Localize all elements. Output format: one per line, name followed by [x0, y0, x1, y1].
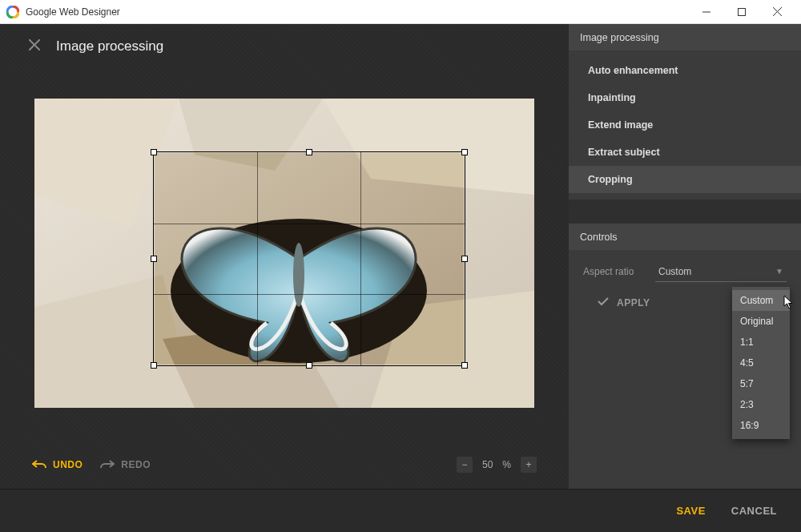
footer-bar: SAVE CANCEL: [0, 489, 801, 532]
title-bar: Google Web Designer: [0, 0, 801, 24]
check-icon: [598, 296, 609, 308]
aspect-option-custom[interactable]: Custom: [732, 290, 790, 311]
panel-item-auto-enhancement[interactable]: Auto enhancement: [569, 57, 801, 84]
crop-handle-ne[interactable]: [461, 149, 468, 155]
zoom-out-button[interactable]: −: [457, 457, 473, 473]
workspace: Image processing: [0, 24, 801, 489]
aspect-ratio-dropdown[interactable]: Custom ▼: [655, 261, 787, 282]
right-panel: Image processing Auto enhancement Inpain…: [569, 24, 801, 489]
close-window-button[interactable]: [759, 0, 795, 24]
crop-grid-line: [360, 152, 361, 365]
panel-item-extract-subject[interactable]: Extract subject: [569, 139, 801, 166]
aspect-option-2-3[interactable]: 2:3: [732, 394, 790, 415]
crop-mask: [465, 151, 534, 366]
controls-body: Aspect ratio Custom ▼ APPLY Custom Origi…: [569, 250, 801, 320]
page-title: Image processing: [56, 38, 163, 54]
aspect-ratio-row: Aspect ratio Custom ▼: [583, 261, 787, 282]
zoom-in-button[interactable]: +: [521, 457, 537, 473]
close-icon[interactable]: [29, 39, 40, 54]
crop-handle-w[interactable]: [151, 256, 157, 262]
redo-button[interactable]: REDO: [100, 459, 151, 471]
zoom-value: 50: [482, 459, 493, 470]
undo-button[interactable]: UNDO: [32, 459, 83, 471]
panel-item-inpainting[interactable]: Inpainting: [569, 84, 801, 111]
crop-handle-s[interactable]: [306, 362, 312, 369]
crop-mask: [34, 366, 534, 408]
aspect-option-5-7[interactable]: 5:7: [732, 373, 790, 394]
editor-header: Image processing: [0, 24, 569, 68]
svg-rect-2: [739, 8, 746, 15]
cancel-button[interactable]: CANCEL: [731, 505, 777, 517]
crop-handle-n[interactable]: [306, 149, 312, 155]
aspect-option-4-5[interactable]: 4:5: [732, 353, 790, 373]
undo-label: UNDO: [53, 459, 83, 470]
zoom-pct: %: [502, 459, 511, 470]
undo-icon: [32, 459, 46, 471]
crop-mask: [34, 99, 534, 151]
aspect-option-16-9[interactable]: 16:9: [732, 415, 790, 436]
editor-column: Image processing: [0, 24, 569, 489]
window-controls: [689, 0, 795, 24]
crop-grid-line: [257, 152, 258, 365]
image-canvas[interactable]: [34, 99, 534, 408]
save-button[interactable]: SAVE: [676, 505, 705, 517]
editor-toolbar: UNDO REDO − 50 % +: [0, 441, 569, 489]
panel-section-heading: Controls: [569, 224, 801, 250]
app-logo-icon: [6, 6, 19, 18]
canvas-wrap: [0, 68, 569, 441]
crop-rectangle[interactable]: [153, 151, 465, 366]
chevron-down-icon: ▼: [775, 267, 783, 276]
aspect-ratio-value: Custom: [658, 266, 691, 277]
panel-section-heading: Image processing: [569, 24, 801, 50]
zoom-controls: − 50 % +: [457, 457, 537, 473]
apply-label: APPLY: [617, 297, 650, 308]
maximize-button[interactable]: [724, 0, 759, 24]
crop-handle-se[interactable]: [461, 362, 468, 369]
redo-label: REDO: [121, 459, 151, 470]
aspect-ratio-label: Aspect ratio: [583, 266, 647, 277]
crop-grid-line: [154, 224, 465, 224]
panel-item-cropping[interactable]: Cropping: [569, 166, 801, 193]
minimize-button[interactable]: [689, 0, 724, 24]
crop-handle-nw[interactable]: [151, 149, 157, 155]
window-title: Google Web Designer: [26, 6, 689, 18]
aspect-option-original[interactable]: Original: [732, 311, 790, 332]
aspect-ratio-menu: Custom Original 1:1 4:5 5:7 2:3 16:9: [732, 287, 790, 439]
panel-gap: [569, 200, 801, 224]
crop-handle-e[interactable]: [461, 256, 468, 262]
redo-icon: [100, 459, 115, 471]
aspect-option-1-1[interactable]: 1:1: [732, 332, 790, 353]
crop-handle-sw[interactable]: [151, 362, 157, 369]
processing-list: Auto enhancement Inpainting Extend image…: [569, 50, 801, 200]
crop-mask: [34, 151, 153, 366]
app-body: Image processing: [0, 24, 801, 532]
panel-item-extend-image[interactable]: Extend image: [569, 111, 801, 139]
crop-grid-line: [154, 294, 465, 295]
